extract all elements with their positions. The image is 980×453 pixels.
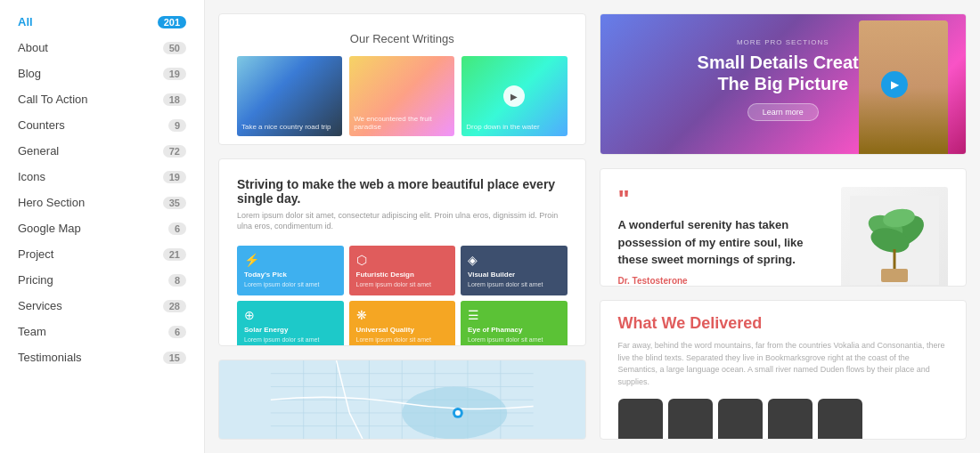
blog-image-mountains[interactable]: Take a nice country road trip [237,56,342,136]
sidebar-badge: 19 [163,68,186,80]
service-icon-5: ☰ [468,308,560,322]
delivered-text: Far away, behind the word mountains, far… [618,340,949,388]
hero-gradient-bg: MORE PRO SECTIONS Small Details CreateTh… [600,14,967,154]
svg-rect-22 [881,269,908,282]
services-title: Striving to make the web a more beautifu… [237,177,568,206]
sidebar-badge: 18 [163,93,186,106]
sidebar-item-team[interactable]: Team 6 [0,319,204,344]
services-subtitle: Lorem ipsum dolor sit amet, consectetur … [237,210,568,232]
service-tile-title-2: Visual Builder [468,271,560,279]
sidebar-item-all[interactable]: All 201 [0,9,204,35]
sidebar-item-hero[interactable]: Hero Section 35 [0,190,204,215]
service-tile-desc-2: Lorem ipsum dolor sit amet [468,280,560,288]
services-header: Striving to make the web a more beautifu… [237,177,568,232]
testimonial-body: " A wonderful serenity has taken possess… [618,187,949,287]
service-icon-3: ⊕ [244,308,337,322]
sidebar-item-cta[interactable]: Call To Action 18 [0,86,204,112]
service-icon-2: ◈ [468,253,560,267]
map-card[interactable] [218,360,586,440]
quote-mark-icon: " [618,187,829,212]
sidebar-item-about[interactable]: About 50 [0,35,204,61]
sidebar-badge: 19 [163,171,186,183]
sidebar-item-project[interactable]: Project 21 [0,241,204,267]
sidebar-item-services[interactable]: Services 28 [0,293,204,319]
sidebar-badge: 50 [163,42,186,54]
sidebar-item-general[interactable]: General 72 [0,138,204,164]
sidebar-item-pricing[interactable]: Pricing 8 [0,267,204,293]
blog-card-title: Our Recent Writings [237,32,568,45]
testimonial-role: Our co-founder [618,286,829,287]
services-grid: ⚡ Today's Pick Lorem ipsum dolor sit ame… [237,246,568,346]
sidebar-badge: 72 [163,145,186,158]
hero-pre-title: MORE PRO SECTIONS [737,38,829,46]
sidebar-label: Counters [18,118,65,132]
sidebar-item-blog[interactable]: Blog 19 [0,61,204,86]
phone-mockups-row [618,399,949,440]
main-content: Our Recent Writings Take a nice country … [205,0,980,453]
sidebar-badge: 6 [168,222,186,235]
sidebar-label: Google Map [18,222,81,235]
sidebar-badge: 6 [168,326,186,338]
hero-play-button[interactable]: ▶ [881,71,908,98]
sidebar-label: General [18,144,59,158]
sidebar-badge: 201 [158,16,186,28]
phone-mockup-4 [768,399,813,440]
service-tile-desc-1: Lorem ipsum dolor sit amet [356,280,449,288]
service-tile-0[interactable]: ⚡ Today's Pick Lorem ipsum dolor sit ame… [237,246,344,295]
service-tile-title-1: Futuristic Design [356,271,449,279]
blog-img-label-2: We encountered the fruit paradise [354,115,454,132]
testimonial-plant-image [841,187,948,287]
sidebar-item-testimonials[interactable]: Testimonials 15 [0,344,204,370]
left-column: Our Recent Writings Take a nice country … [218,13,586,440]
service-tile-title-4: Universal Quality [356,326,449,334]
blog-card: Our Recent Writings Take a nice country … [218,13,586,145]
blog-images-row: Take a nice country road trip We encount… [237,56,568,136]
service-tile-3[interactable]: ⊕ Solar Energy Lorem ipsum dolor sit ame… [237,301,344,346]
service-tile-desc-0: Lorem ipsum dolor sit amet [244,280,337,288]
phone-mockup-5 [818,399,862,440]
service-tile-title-5: Eye of Phamacy [468,326,560,334]
testimonial-text-area: " A wonderful serenity has taken possess… [618,187,829,287]
right-column: MORE PRO SECTIONS Small Details CreateTh… [600,13,968,440]
blog-img-label-3: Drop down in the water [466,123,539,132]
delivered-title: What We Delivered [618,314,949,333]
sidebar-label: Hero Section [18,196,85,209]
hero-learn-more-button[interactable]: Learn more [747,103,819,121]
blog-image-food[interactable]: We encountered the fruit paradise [349,56,454,136]
service-tile-2[interactable]: ◈ Visual Builder Lorem ipsum dolor sit a… [461,246,568,295]
testimonial-quote: A wonderful serenity has taken possessio… [618,216,829,269]
service-tile-desc-5: Lorem ipsum dolor sit amet [468,336,560,344]
sidebar-label: About [18,41,48,54]
sidebar-badge: 8 [168,274,186,287]
blog-image-water[interactable]: Drop down in the water [461,56,567,136]
sidebar-label: Pricing [18,273,53,287]
phone-mockup-1 [618,399,663,440]
sidebar-label: All [18,15,33,28]
sidebar-label: Icons [18,170,45,183]
sidebar-item-counters[interactable]: Counters 9 [0,112,204,138]
svg-point-15 [455,410,461,416]
delivered-card: What We Delivered Far away, behind the w… [600,300,968,440]
service-icon-1: ⬡ [356,253,449,267]
sidebar-label: Project [18,247,53,261]
sidebar-item-googlemap[interactable]: Google Map 6 [0,215,204,241]
service-tile-1[interactable]: ⬡ Futuristic Design Lorem ipsum dolor si… [349,246,456,295]
sidebar-badge: 9 [168,119,186,132]
sidebar-badge: 35 [163,197,186,209]
service-icon-0: ⚡ [244,253,337,267]
service-tile-desc-3: Lorem ipsum dolor sit amet [244,336,337,344]
service-tile-title-3: Solar Energy [244,326,337,334]
sidebar-badge: 28 [163,300,186,312]
sidebar: All 201 About 50 Blog 19 Call To Action … [0,0,205,453]
hero-card: MORE PRO SECTIONS Small Details CreateTh… [600,13,968,155]
service-tile-5[interactable]: ☰ Eye of Phamacy Lorem ipsum dolor sit a… [461,301,568,346]
sidebar-label: Call To Action [18,93,88,106]
sidebar-label: Testimonials [18,351,82,364]
service-tile-4[interactable]: ❋ Universal Quality Lorem ipsum dolor si… [349,301,456,346]
map-background [219,360,585,439]
phone-mockup-3 [718,399,763,440]
phone-mockup-2 [668,399,713,440]
sidebar-label: Services [18,299,62,312]
sidebar-item-icons[interactable]: Icons 19 [0,164,204,190]
sidebar-label: Blog [18,67,41,80]
